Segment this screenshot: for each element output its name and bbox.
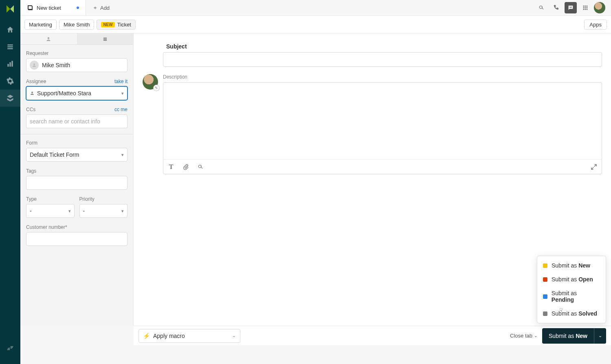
apps-grid-icon[interactable] (579, 2, 591, 13)
type-select[interactable]: - ▾ (26, 204, 75, 218)
submit-button[interactable]: Submit as New (542, 328, 594, 344)
chevron-down-icon: ▾ (121, 152, 124, 158)
priority-select[interactable]: - ▾ (79, 204, 128, 218)
user-avatar-icon (30, 61, 39, 70)
subject-input[interactable] (167, 53, 598, 66)
close-tab-button[interactable]: Close tab ⌄ (510, 333, 537, 339)
take-it-link[interactable]: take it (114, 79, 127, 84)
form-select[interactable]: Default Ticket Form ▾ (26, 148, 127, 162)
type-value: - (30, 208, 32, 214)
chevron-down-icon: ▾ (68, 208, 71, 214)
submit-menu-item-pending[interactable]: Submit as Pending (537, 286, 606, 307)
expand-editor-icon[interactable] (590, 163, 598, 171)
svg-rect-14 (587, 9, 588, 10)
priority-label: Priority (79, 196, 95, 202)
customer-number-field[interactable] (26, 232, 127, 246)
search-icon[interactable] (535, 2, 547, 13)
svg-rect-18 (103, 40, 107, 41)
svg-rect-9 (583, 7, 585, 9)
form-value: Default Ticket Form (30, 151, 79, 158)
top-tab-bar: New ticket ＋ Add (20, 0, 611, 16)
requester-value: Mike Smith (42, 62, 70, 68)
editor-toolbar: T (163, 159, 602, 174)
breadcrumb-org[interactable]: Marketing (24, 20, 57, 30)
ccs-input[interactable] (30, 118, 124, 125)
nav-reporting[interactable] (0, 55, 20, 72)
breadcrumb-user[interactable]: Mike Smith (59, 20, 94, 30)
tab-unsaved-indicator (77, 7, 79, 9)
apply-macro-button[interactable]: ⚡ Apply macro ⌄ (138, 329, 240, 343)
ccs-field[interactable] (26, 114, 127, 128)
description-textarea[interactable] (163, 83, 602, 159)
status-color-swatch (543, 294, 547, 299)
chat-icon[interactable] (565, 2, 577, 13)
svg-rect-3 (7, 64, 9, 67)
type-label: Type (26, 196, 37, 202)
tags-label: Tags (26, 168, 36, 174)
submit-status-menu: Submit as NewSubmit as OpenSubmit as Pen… (537, 256, 606, 323)
svg-rect-2 (7, 48, 13, 49)
subject-field[interactable] (163, 52, 602, 67)
person-icon (30, 91, 35, 96)
submit-menu-item-open[interactable]: Submit as Open (537, 272, 606, 286)
svg-rect-7 (585, 6, 586, 7)
chevron-down-icon: ⌄ (232, 333, 236, 338)
tags-field[interactable] (26, 176, 127, 190)
svg-rect-5 (11, 61, 13, 67)
attachment-icon[interactable] (182, 163, 189, 171)
tab-new-ticket[interactable]: New ticket (20, 0, 86, 15)
apply-macro-label: Apply macro (153, 333, 185, 339)
footer-bar: ⚡ Apply macro ⌄ Close tab ⌄ Submit as Ne… (134, 326, 611, 345)
nav-home[interactable] (0, 21, 20, 38)
status-color-swatch (543, 311, 547, 316)
submit-prefix: Submit as (549, 333, 574, 339)
requester-field[interactable]: Mike Smith (26, 58, 127, 72)
apps-panel-button[interactable]: Apps (584, 20, 607, 30)
tab-label: New ticket (37, 5, 61, 11)
plus-icon: ＋ (92, 4, 98, 11)
assignee-field[interactable]: Support/Matteo Stara ▾ (26, 86, 127, 100)
agent-avatar: ✎ (143, 74, 158, 90)
agent-badge-icon: ✎ (153, 85, 160, 91)
chevron-down-icon: ▾ (121, 91, 124, 96)
subtab-user[interactable] (20, 33, 77, 44)
add-tab-label: Add (100, 5, 110, 11)
search-kb-icon[interactable] (197, 163, 204, 171)
submit-dropdown-toggle[interactable]: ⌄ (594, 328, 606, 344)
priority-value: - (83, 208, 85, 214)
svg-rect-12 (583, 9, 585, 10)
svg-point-20 (31, 92, 33, 93)
submit-menu-item-new[interactable]: Submit as New (537, 259, 606, 272)
customer-number-input[interactable] (30, 236, 124, 242)
nav-apps[interactable] (0, 90, 20, 107)
nav-views[interactable] (0, 38, 20, 55)
nav-zendesk-icon[interactable] (0, 340, 20, 357)
subject-label: Subject (166, 43, 602, 50)
svg-point-19 (33, 64, 35, 65)
cc-me-link[interactable]: cc me (114, 107, 127, 112)
svg-rect-8 (587, 6, 588, 7)
description-label: Description (163, 74, 602, 80)
svg-rect-6 (583, 6, 585, 7)
add-tab-button[interactable]: ＋ Add (86, 0, 116, 15)
customer-number-label: Customer number* (26, 224, 67, 230)
svg-rect-10 (585, 7, 586, 9)
format-text-icon[interactable]: T (167, 163, 175, 171)
nav-admin[interactable] (0, 72, 20, 90)
subtab-ticket[interactable] (77, 33, 134, 44)
tags-input[interactable] (30, 180, 124, 186)
submit-menu-item-solved[interactable]: Submit as Solved (537, 307, 606, 320)
svg-point-15 (48, 37, 50, 39)
svg-rect-11 (587, 7, 588, 9)
assignee-value: Support/Matteo Stara (37, 90, 91, 96)
nav-rail (0, 0, 20, 364)
submit-status: New (576, 333, 587, 339)
phone-icon[interactable] (550, 2, 562, 13)
breadcrumb-ticket[interactable]: NEW Ticket (97, 20, 136, 30)
svg-rect-17 (103, 39, 107, 39)
bolt-icon: ⚡ (143, 333, 150, 339)
current-user-avatar[interactable] (594, 2, 605, 13)
status-color-swatch (543, 263, 547, 268)
description-editor: T (163, 82, 602, 174)
brand-logo (5, 4, 15, 14)
